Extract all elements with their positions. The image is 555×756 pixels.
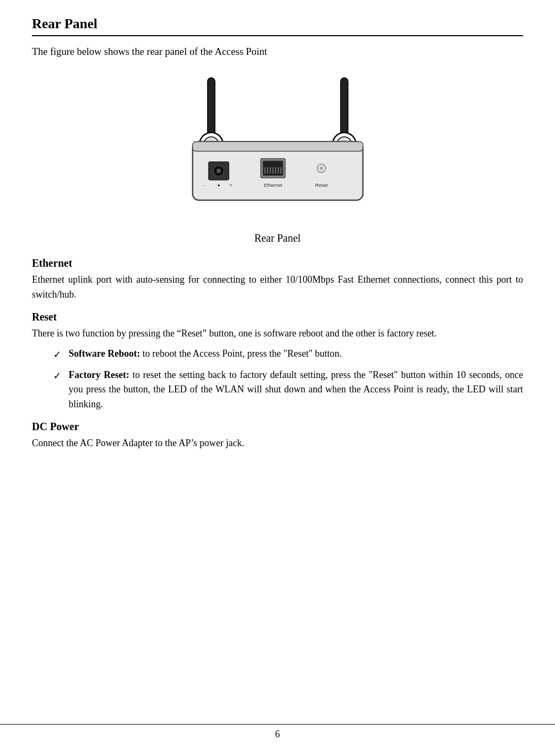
page-footer: 6 [0, 724, 555, 740]
bullet-factory-reset-text: Factory Reset: to reset the setting back… [69, 368, 523, 413]
svg-rect-7 [193, 142, 363, 151]
reset-intro-text: There is two function by pressing the “R… [32, 326, 523, 341]
svg-text:Reset: Reset [315, 183, 328, 188]
diagram-caption: Rear Panel [254, 232, 301, 244]
svg-point-10 [217, 169, 221, 173]
rear-panel-diagram: - ● + Ethernet Reset [145, 67, 411, 227]
reset-heading: Reset [32, 311, 523, 323]
bullet-software-reboot: ✓ Software Reboot: to reboot the Access … [53, 347, 523, 363]
reset-bullet-list: ✓ Software Reboot: to reboot the Access … [53, 347, 523, 413]
bullet-factory-reset: ✓ Factory Reset: to reset the setting ba… [53, 368, 523, 413]
svg-text:Ethernet: Ethernet [263, 183, 282, 188]
dc-power-heading: DC Power [32, 421, 523, 433]
svg-text:●: ● [217, 183, 220, 188]
svg-text:-: - [203, 183, 205, 188]
svg-text:+: + [229, 183, 232, 188]
svg-point-25 [320, 167, 323, 170]
bullet-software-reboot-text: Software Reboot: to reboot the Access Po… [69, 347, 523, 361]
page-title: Rear Panel [32, 16, 523, 36]
page-number: 6 [275, 729, 280, 739]
checkmark-icon-2: ✓ [53, 369, 61, 384]
checkmark-icon-1: ✓ [53, 348, 61, 363]
ethernet-text: Ethernet uplink port with auto-sensing f… [32, 273, 523, 302]
dc-power-text: Connect the AC Power Adapter to the AP’s… [32, 436, 523, 451]
intro-text: The figure below shows the rear panel of… [32, 46, 523, 57]
diagram-container: - ● + Ethernet Reset Rear Panel [32, 67, 523, 244]
ethernet-heading: Ethernet [32, 257, 523, 269]
